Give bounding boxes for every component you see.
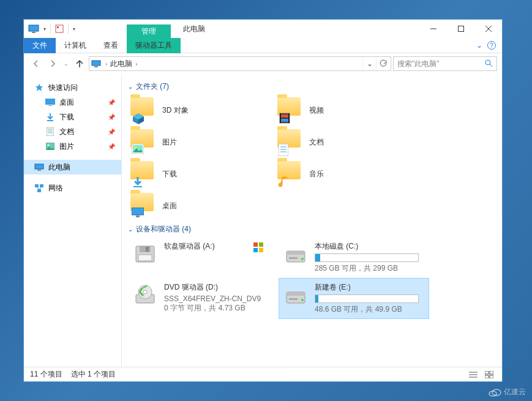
- minimize-button[interactable]: [419, 20, 447, 38]
- network-icon: [34, 182, 45, 193]
- folder-item[interactable]: 文档: [275, 126, 422, 158]
- svg-rect-9: [94, 66, 98, 67]
- tab-drive-tools[interactable]: 驱动器工具: [127, 38, 181, 53]
- breadcrumb-segment[interactable]: 此电脑: [108, 59, 134, 69]
- svg-rect-72: [490, 375, 493, 378]
- folder-item[interactable]: 视频: [275, 94, 422, 126]
- file-menu[interactable]: 文件: [24, 38, 56, 53]
- section-folders-header[interactable]: ⌄ 文件夹 (7): [122, 79, 502, 94]
- svg-rect-14: [48, 105, 52, 106]
- contextual-tab-manage: 管理: [127, 24, 171, 38]
- folder-item[interactable]: 图片: [128, 126, 275, 158]
- drive-name: 新建卷 (E:): [315, 282, 425, 293]
- address-dropdown-icon[interactable]: ⌄: [362, 57, 376, 70]
- status-bar: 11 个项目 选中 1 个项目: [24, 367, 502, 381]
- ribbon-expand-icon[interactable]: ⌄: [476, 41, 482, 50]
- svg-rect-58: [259, 248, 263, 252]
- nav-quick-access[interactable]: 快速访问: [24, 80, 121, 95]
- star-icon: [34, 82, 45, 93]
- section-title: 设备和驱动器 (4): [136, 224, 191, 234]
- chevron-down-icon: ⌄: [128, 83, 133, 90]
- nav-label: 快速访问: [48, 83, 78, 93]
- pictures-icon: [45, 141, 56, 152]
- help-icon[interactable]: ?: [487, 41, 496, 50]
- folder-icon: [130, 193, 156, 219]
- svg-rect-8: [92, 61, 100, 66]
- properties-icon[interactable]: [53, 22, 66, 36]
- recent-dropdown-icon[interactable]: ⌄: [62, 56, 70, 71]
- refresh-button[interactable]: [376, 57, 389, 70]
- nav-downloads[interactable]: 下载 📌: [24, 110, 121, 124]
- selection-count: 选中 1 个项目: [71, 369, 116, 380]
- tiles-view-button[interactable]: [482, 369, 496, 380]
- search-icon[interactable]: [484, 59, 493, 69]
- svg-rect-63: [287, 292, 305, 296]
- drive-item[interactable]: DVD 驱动器 (D:)SSS_X64FREV_ZH-CN_DV90 字节 可用…: [128, 278, 279, 319]
- qat-dropdown-icon[interactable]: ▾: [41, 26, 48, 32]
- nav-desktop[interactable]: 桌面 📌: [24, 95, 121, 110]
- drive-name: DVD 驱动器 (D:): [164, 282, 274, 293]
- svg-rect-34: [281, 119, 288, 122]
- folder-icon: [130, 161, 156, 187]
- drive-item[interactable]: 新建卷 (E:)48.6 GB 可用，共 49.9 GB: [279, 278, 429, 319]
- svg-rect-22: [35, 164, 43, 169]
- back-button[interactable]: [29, 56, 43, 71]
- navigation-pane: 快速访问 桌面 📌 下载 📌 文档 📌 图片 📌: [24, 74, 122, 367]
- tab-computer[interactable]: 计算机: [56, 38, 95, 53]
- svg-point-64: [301, 299, 304, 301]
- address-input[interactable]: › 此电脑 › ⌄: [89, 56, 391, 71]
- section-devices-header[interactable]: ⌄ 设备和驱动器 (4): [122, 222, 502, 237]
- folder-item[interactable]: 桌面: [128, 190, 275, 222]
- search-input[interactable]: 搜索"此电脑": [393, 56, 497, 71]
- svg-rect-5: [458, 26, 463, 32]
- close-button[interactable]: [474, 20, 502, 38]
- up-button[interactable]: [72, 56, 87, 71]
- svg-rect-54: [289, 257, 298, 259]
- nav-pictures[interactable]: 图片 📌: [24, 139, 121, 154]
- pc-icon: [34, 162, 45, 173]
- drive-name: 本地磁盘 (C:): [315, 241, 425, 252]
- svg-line-11: [490, 64, 492, 67]
- folder-label: 图片: [162, 137, 177, 148]
- drive-icon: [283, 282, 309, 308]
- folder-icon: [277, 129, 303, 155]
- svg-rect-13: [45, 99, 55, 105]
- nav-label: 网络: [48, 183, 63, 193]
- folders-grid: 3D 对象视频图片文档下载音乐桌面: [122, 94, 502, 222]
- folder-icon: [277, 161, 303, 187]
- nav-this-pc[interactable]: 此电脑: [24, 160, 121, 174]
- svg-rect-36: [288, 113, 290, 123]
- quick-access-toolbar: ▾ ▾: [24, 22, 78, 36]
- drive-icon: [283, 241, 309, 267]
- qat-customize-icon[interactable]: ▾: [70, 26, 78, 32]
- pc-icon[interactable]: [27, 22, 40, 36]
- folder-item[interactable]: 下载: [128, 158, 275, 190]
- details-view-button[interactable]: [466, 369, 480, 380]
- nav-documents[interactable]: 文档 📌: [24, 124, 121, 139]
- tab-view[interactable]: 查看: [95, 38, 127, 53]
- drive-stats: 48.6 GB 可用，共 49.9 GB: [315, 304, 425, 315]
- folder-item[interactable]: 3D 对象: [128, 94, 275, 126]
- svg-rect-35: [280, 113, 281, 123]
- svg-rect-49: [146, 247, 149, 252]
- forward-button[interactable]: [45, 56, 60, 71]
- svg-rect-50: [138, 255, 152, 261]
- folder-label: 下载: [162, 169, 177, 179]
- svg-rect-65: [289, 298, 298, 300]
- maximize-button[interactable]: [447, 20, 474, 38]
- folder-icon: [130, 97, 156, 123]
- chevron-right-icon[interactable]: ›: [104, 61, 108, 67]
- folder-item[interactable]: 音乐: [275, 158, 422, 190]
- drive-item[interactable]: 本地磁盘 (C:)285 GB 可用，共 299 GB: [279, 237, 429, 278]
- ribbon-bar: 文件 计算机 查看 驱动器工具 ⌄ ?: [24, 38, 502, 53]
- svg-rect-46: [136, 215, 140, 217]
- folder-icon: [130, 129, 156, 155]
- content-pane: ⌄ 文件夹 (7) 3D 对象视频图片文档下载音乐桌面 ⌄ 设备和驱动器 (4)…: [122, 74, 502, 367]
- chevron-right-icon[interactable]: ›: [134, 61, 138, 67]
- svg-line-27: [37, 187, 39, 189]
- drive-sublabel: SSS_X64FREV_ZH-CN_DV9: [164, 294, 274, 303]
- chevron-down-icon: ⌄: [128, 226, 133, 233]
- nav-network[interactable]: 网络: [24, 181, 121, 195]
- folder-label: 文档: [309, 137, 324, 148]
- title-bar: ▾ ▾ 管理 此电脑: [24, 20, 502, 38]
